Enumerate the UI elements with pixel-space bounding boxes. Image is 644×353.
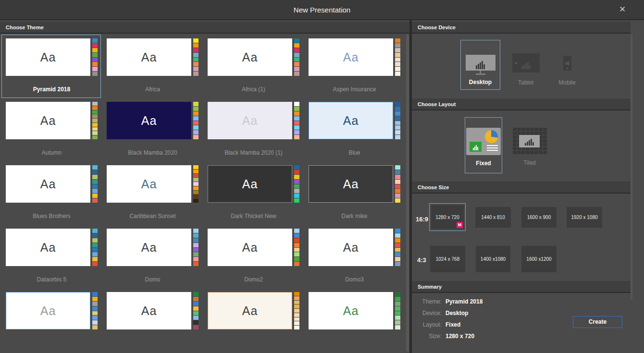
theme-tile-dark-thicket-new[interactable]: AaDark Thicket New <box>203 161 303 225</box>
theme-swatch <box>395 175 400 179</box>
theme-swatch <box>294 301 299 304</box>
theme-swatch <box>193 182 198 186</box>
theme-tile-black-mamba-2020-1[interactable]: AaBlack Mamba 2020 (1) <box>203 98 303 161</box>
theme-swatch <box>92 62 98 66</box>
theme-color-swatches <box>294 165 299 203</box>
theme-tile-row5-1[interactable]: Aa <box>1 288 101 352</box>
theme-swatch <box>92 229 98 233</box>
size-card-1920-x-1080[interactable]: 1920 x 1080 <box>567 207 602 228</box>
theme-swatch <box>294 313 299 317</box>
theme-swatch <box>294 198 299 203</box>
theme-color-swatches <box>395 165 400 203</box>
text-line <box>487 147 498 148</box>
theme-color-swatches <box>395 102 400 139</box>
theme-preview-text: Aa <box>40 114 56 128</box>
device-option-label: Desktop <box>469 79 492 85</box>
bar-chart-icon-bar <box>482 61 483 69</box>
mini-text-lines-icon <box>487 144 498 151</box>
theme-tile-pyramid-2018[interactable]: AaPyramid 2018 <box>1 35 101 98</box>
theme-thumbnail-row: Aa <box>208 292 299 329</box>
theme-thumbnail-row: Aa <box>309 102 400 139</box>
size-card-1600-x-900[interactable]: 1600 x 900 <box>521 207 557 228</box>
theme-tile-blues-brothers[interactable]: AaBlues Brothers <box>1 161 101 225</box>
theme-swatch <box>193 302 198 306</box>
theme-tile-black-mamba-2020[interactable]: AaBlack Mamba 2020 <box>102 98 202 161</box>
theme-tile-row5-4[interactable]: Aa <box>304 288 404 352</box>
theme-swatch <box>92 38 98 43</box>
theme-name: Domo2 <box>208 276 299 285</box>
theme-swatch <box>193 257 198 261</box>
theme-swatch <box>395 58 400 62</box>
theme-preview-text: Aa <box>141 114 157 128</box>
theme-swatch <box>193 320 198 325</box>
create-button[interactable]: Create <box>573 316 622 328</box>
device-option-tablet[interactable]: Tablet <box>504 40 547 90</box>
theme-tile-africa-1[interactable]: AaAfrica (1) <box>203 35 303 98</box>
size-card-1440-x-810[interactable]: 1440 x 810 <box>475 207 511 228</box>
layout-option-tiled[interactable]: Tiled <box>510 117 549 173</box>
theme-name: Dataorbis 5 <box>6 276 98 285</box>
size-card-1400-x1080[interactable]: 1400 x1080 <box>476 246 510 272</box>
theme-thumbnail: Aa <box>309 292 393 329</box>
settings-panel-scrollbar[interactable] <box>631 35 632 300</box>
theme-name: Caribbean Sunset <box>107 213 198 222</box>
size-card-1600-x1200[interactable]: 1600 x1200 <box>521 246 557 272</box>
theme-tile-row5-3[interactable]: Aa <box>203 288 303 352</box>
theme-thumbnail: Aa <box>107 165 191 203</box>
theme-swatch <box>294 102 299 106</box>
choose-size-header: Choose Size <box>412 182 631 194</box>
theme-swatch <box>395 229 400 233</box>
theme-swatch <box>92 165 98 170</box>
bar-chart-icon-bar <box>531 139 532 146</box>
theme-tile-africa[interactable]: AaAfrica <box>102 35 202 98</box>
summary-row-size: Size:1280 x 720 <box>417 330 474 342</box>
theme-name: Dark Thicket New <box>208 213 299 222</box>
theme-color-swatches <box>395 38 400 76</box>
theme-swatch <box>294 125 299 130</box>
bar-chart-icon-bar <box>567 62 568 65</box>
theme-thumbnail-row: Aa <box>6 292 98 329</box>
theme-swatch <box>395 320 400 325</box>
theme-tile-aspen-insurance[interactable]: AaAspen Insurance <box>304 35 404 98</box>
device-option-mobile[interactable]: Mobile <box>550 40 584 90</box>
theme-swatch <box>92 175 98 179</box>
theme-tile-blue[interactable]: AaBlue <box>304 98 404 161</box>
theme-swatch <box>294 309 299 313</box>
theme-swatch <box>294 116 299 121</box>
theme-tile-domo2[interactable]: AaDomo2 <box>203 225 303 288</box>
theme-swatch <box>193 316 198 320</box>
theme-swatch <box>395 38 400 43</box>
theme-swatch <box>294 248 299 252</box>
theme-color-swatches <box>193 165 198 203</box>
layout-option-fixed[interactable]: Fixed <box>465 117 502 173</box>
theme-name: Autumn <box>6 149 98 158</box>
size-card-1024-x-768[interactable]: 1024 x 768 <box>430 246 465 272</box>
theme-tile-dataorbis-5[interactable]: AaDataorbis 5 <box>1 225 101 288</box>
theme-thumbnail: Aa <box>208 102 292 139</box>
theme-preview-text: Aa <box>343 241 359 255</box>
theme-thumbnail: Aa <box>107 292 191 329</box>
size-card-1280-x-720[interactable]: 1280 x 720M <box>429 203 466 231</box>
theme-swatch <box>395 72 400 76</box>
theme-panel-scrollbar[interactable] <box>406 34 409 352</box>
summary-row-label: Device: <box>417 310 442 316</box>
theme-tile-caribbean-sunset[interactable]: AaCaribbean Sunset <box>102 161 202 225</box>
theme-tile-row5-2[interactable]: Aa <box>102 288 202 352</box>
theme-tile-dark-mike[interactable]: AaDark mike <box>304 161 404 225</box>
theme-name: Blue <box>309 149 400 158</box>
theme-tile-autumn[interactable]: AaAutumn <box>1 98 101 161</box>
close-icon[interactable]: ✕ <box>617 4 628 15</box>
theme-tile-domo3[interactable]: AaDomo3 <box>304 225 404 288</box>
theme-color-swatches <box>294 229 299 266</box>
bar-chart-icon-bar <box>527 142 528 146</box>
bar-chart-icon-bar <box>477 147 478 150</box>
theme-swatch <box>395 135 400 139</box>
theme-thumbnail-row: Aa <box>6 102 98 139</box>
theme-swatch <box>395 292 400 296</box>
theme-swatch <box>193 116 198 121</box>
device-option-desktop[interactable]: Desktop <box>460 40 500 90</box>
theme-swatch <box>193 48 198 52</box>
theme-tile-domo[interactable]: AaDomo <box>102 225 202 288</box>
theme-swatch <box>294 58 299 62</box>
theme-thumbnail-row: Aa <box>107 102 198 139</box>
